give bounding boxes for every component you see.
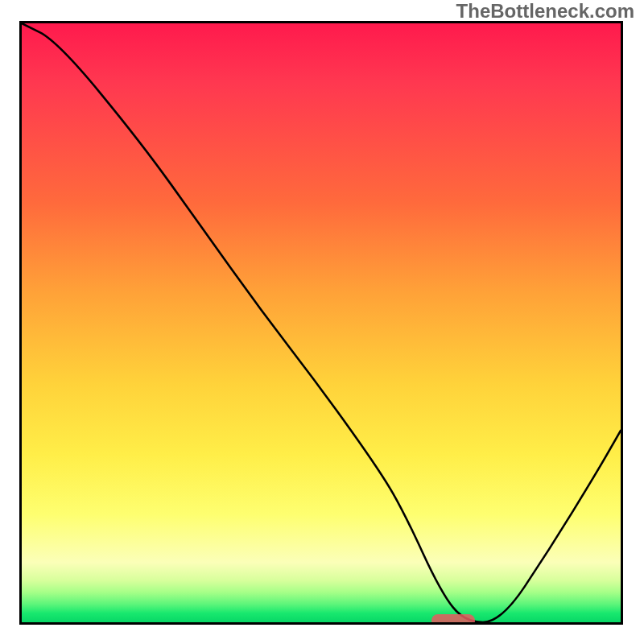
optimal-marker [431, 614, 475, 625]
bottleneck-curve [22, 23, 621, 622]
chart-container: TheBottleneck.com [0, 0, 644, 644]
plot-frame [19, 21, 623, 625]
watermark-text: TheBottleneck.com [456, 0, 634, 23]
